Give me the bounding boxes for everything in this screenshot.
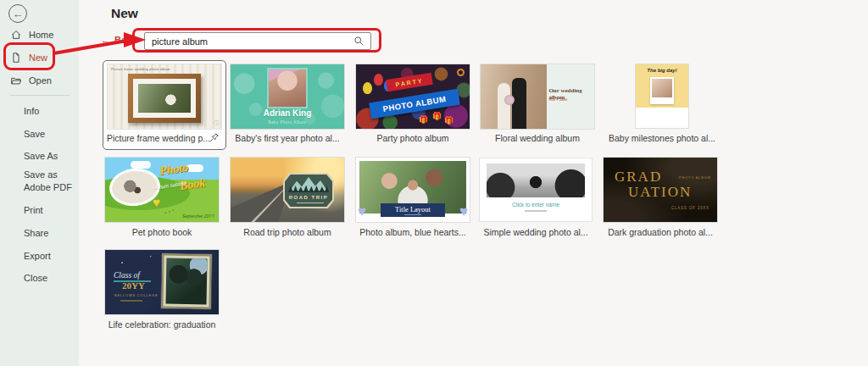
template-card-pet-photo-book[interactable]: Photo Book Album subtitle ♥ ••• Septembe… [105, 158, 219, 222]
title-banner: Title Layout [381, 203, 445, 217]
thumbnail-subtitle-text: Mia + Jake [548, 97, 592, 102]
template-card-label: Baby's first year photo al... [228, 133, 347, 143]
sidebar-item-new[interactable]: New [0, 47, 79, 68]
thumbnail-title-text: 20YY [122, 280, 145, 291]
template-card-label: Dark graduation photo al... [601, 227, 720, 237]
page-title: New [111, 6, 138, 21]
template-card-baby-milestones[interactable]: The big day! [636, 64, 688, 128]
thumbnail-date-text: September 20YY [182, 214, 214, 219]
photo-album-banner-text: PHOTO ALBUM [369, 89, 460, 119]
back-circle-button[interactable]: ← [8, 4, 27, 23]
balloon-red [374, 74, 383, 86]
template-card-label: Picture frame wedding p... [103, 133, 225, 143]
template-card-label: Photo album, blue hearts... [353, 227, 472, 237]
gift-icon: 🎁 [444, 116, 453, 125]
sidebar-item-saveas[interactable]: Save As [24, 150, 75, 163]
bouquet-shape [504, 95, 515, 105]
thumbnail-title-text: Photo [159, 161, 189, 179]
polaroid-photo [650, 77, 674, 104]
heart-shape: ♥ [459, 203, 468, 220]
template-card-simple-wedding[interactable]: Click to enter name [479, 158, 593, 222]
template-thumbnail: Picture frame wedding photo album ⓘ [108, 64, 221, 129]
cloud-shape [131, 161, 151, 169]
home-icon [10, 29, 22, 41]
template-card-label: Baby milestones photo al... [603, 133, 721, 143]
thumbnail-title-text: UATION [628, 184, 692, 201]
back-arrow-icon: ← [101, 35, 110, 45]
bride-shape [498, 83, 510, 129]
back-arrow-icon: ← [13, 8, 24, 19]
template-card-floral-wedding[interactable]: Our wedding album Mia + Jake [481, 64, 594, 129]
info-icon: ⓘ [214, 119, 219, 127]
template-card-label: Simple wedding photo al... [476, 227, 595, 237]
template-card-road-trip[interactable]: ROAD TRIP [231, 158, 344, 222]
sidebar-divider [10, 95, 70, 96]
heart-shape: ♥ [358, 203, 366, 220]
road-trip-badge: ROAD TRIP [283, 173, 334, 208]
open-folder-icon [10, 75, 22, 86]
wedding-photo [138, 84, 191, 113]
search-input[interactable] [145, 33, 353, 49]
template-card-label: Pet photo book [103, 227, 221, 237]
heart-shape: ♥ [153, 195, 160, 209]
sidebar-item-save[interactable]: Save [24, 128, 75, 141]
party-ribbon-text: PARTY [386, 73, 433, 92]
lollipop-icon [457, 69, 465, 76]
thumbnail-title-text: GRAD [615, 169, 662, 186]
framed-photo [161, 253, 211, 308]
template-card-dark-graduation[interactable]: GRAD UATION PHOTO ALBUM CLASS OF 20XX [604, 158, 717, 222]
template-card-label: Party photo album [353, 133, 472, 143]
thumbnail-title-text: Picture frame wedding photo album [111, 67, 170, 71]
gift-icon: 🎁 [419, 115, 428, 124]
sidebar-item-print[interactable]: Print [24, 204, 75, 217]
sidebar-item-close[interactable]: Close [24, 272, 75, 285]
thumbnail-title-text: The big day! [636, 68, 688, 73]
sidebar-item-home[interactable]: Home [0, 25, 79, 45]
template-card-label: Floral wedding album [478, 133, 597, 143]
backstage-sidebar: ← Home New Open Info Save Save As Save a… [0, 0, 79, 366]
template-search-box [144, 32, 371, 50]
thumbnail-subtitle-text: BELLOWS COLLEGE [114, 293, 158, 297]
search-back-link[interactable]: ← Back [101, 35, 136, 45]
sidebar-item-save-adobe-pdf[interactable]: Save as Adobe PDF [24, 169, 75, 195]
sidebar-item-open[interactable]: Open [0, 70, 79, 91]
new-document-icon [10, 52, 22, 64]
template-card-babys-first-year[interactable]: Adrian King Baby Photo Album [231, 64, 344, 129]
subtitle-line [525, 210, 547, 212]
groom-shape [512, 78, 526, 129]
thumbnail-subtitle-text: Baby Photo Album [231, 120, 344, 125]
template-card-blue-hearts[interactable]: ♥ ♥ Title Layout [356, 158, 470, 222]
badge-text: ROAD TRIP [285, 195, 332, 200]
template-card-label: Life celebration: graduation [103, 319, 221, 330]
template-card-picture-frame-wedding[interactable]: Picture frame wedding photo album ⓘ Pict… [103, 60, 226, 150]
cloud-shape [186, 164, 203, 172]
thumbnail-subtitle-text: CLASS OF 20XX [671, 206, 709, 210]
sidebar-item-info[interactable]: Info [24, 105, 75, 118]
template-card-label: Road trip photo album [228, 227, 347, 237]
gift-icon: 🎁 [432, 112, 442, 120]
template-card-party-photo-album[interactable]: PARTY PHOTO ALBUM 🎁 🎁 🎁 [356, 64, 470, 129]
date-line [120, 300, 142, 302]
pin-icon[interactable] [209, 132, 220, 143]
balloon-yellow [363, 82, 372, 94]
thumbnail-name-text: Adrian King [231, 108, 344, 118]
baby-photo [269, 69, 306, 107]
sidebar-item-export[interactable]: Export [24, 250, 75, 263]
thumbnail-subtitle-text: PHOTO ALBUM [679, 175, 711, 180]
paw-prints: ••• [164, 207, 176, 216]
thumbnail-title-text: Class of [114, 271, 140, 280]
template-card-life-celebration[interactable]: Class of 20YY BELLOWS COLLEGE [105, 250, 219, 314]
search-icon[interactable] [353, 36, 364, 47]
name-placeholder-text: Click to enter name [479, 202, 593, 208]
bw-street-photo [487, 164, 585, 197]
sidebar-item-share[interactable]: Share [24, 227, 75, 240]
